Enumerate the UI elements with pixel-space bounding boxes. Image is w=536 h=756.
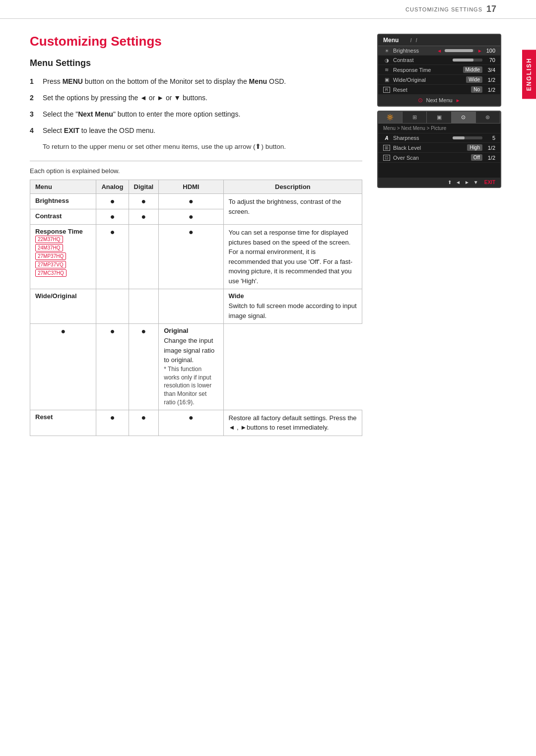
analog-response: ● xyxy=(96,225,129,289)
step-list: 1 Press MENU button on the bottom of the… xyxy=(30,76,362,136)
step-2: 2 Set the options by pressing the ◄ or ►… xyxy=(30,93,362,103)
model-badge: 24M37HQ xyxy=(35,244,63,252)
wide-analog-dot: ● xyxy=(30,324,96,410)
left-arrow-icon: ◄ xyxy=(437,48,442,54)
osd-menu: Menu / / ☀ Brightness ◄ ► 100 ◑ Contrast xyxy=(377,34,501,107)
hdmi-reset: ● xyxy=(159,410,223,436)
osd-overscan-row: ⊡ Over Scan Off 1/2 xyxy=(378,153,500,163)
osd-breadcrumb: Menu > Next Menu > Picture xyxy=(378,124,500,133)
brightness-value: 100 xyxy=(485,48,495,54)
osd-response-label: Response Time xyxy=(393,67,460,73)
th-digital: Digital xyxy=(129,180,159,194)
main-content: Customizing Settings Menu Settings 1 Pre… xyxy=(0,19,536,451)
osd-tab-wide: ▣ xyxy=(427,112,451,123)
step-text-1: Press MENU button on the bottom of the M… xyxy=(43,76,286,87)
osd-tab-extra: ⊛ xyxy=(476,112,500,123)
brightness-bar xyxy=(445,49,474,52)
menu-contrast: Contrast xyxy=(30,209,96,225)
next-arrow-icon: ► xyxy=(456,98,461,103)
next-menu-label: Next Menu xyxy=(426,97,452,103)
osd-menu-title: Menu / / xyxy=(378,35,500,46)
step-num-3: 3 xyxy=(30,109,38,120)
blacklevel-value-text: High xyxy=(467,144,482,151)
hdmi-contrast: ● xyxy=(159,209,223,225)
osd-tab-brightness: 🔆 xyxy=(378,112,402,123)
step-text-2: Set the options by pressing the ◄ or ► o… xyxy=(43,93,207,103)
osd-wide-row: ▣ Wide/Original Wide 1/2 xyxy=(378,75,500,85)
sharpness-bar xyxy=(453,136,482,139)
osd-reset-row: R Reset No 1/2 xyxy=(378,85,500,95)
step-4: 4 Select EXIT to leave the OSD menu. xyxy=(30,126,362,136)
left-content: Customizing Settings Menu Settings 1 Pre… xyxy=(30,34,362,436)
osd-tab-contrast: ⊞ xyxy=(402,112,427,123)
explained-text: Each option is explained below. xyxy=(30,167,362,175)
analog-brightness: ● xyxy=(96,194,129,209)
osd-tabs: 🔆 ⊞ ▣ ⊙ ⊛ xyxy=(378,112,500,124)
dot-icon: ⊙ xyxy=(418,97,423,104)
step-3: 3 Select the "Next Menu" button to enter… xyxy=(30,109,362,120)
overscan-value-text: Off xyxy=(471,154,482,161)
original-desc: Change the input image signal ratio to o… xyxy=(164,336,218,365)
osd-overscan-label: Over Scan xyxy=(393,155,468,161)
page-number: 17 xyxy=(486,4,496,14)
language-tab: ENGLISH xyxy=(522,50,536,99)
table-row: Brightness ● ● ● To adjust the brightnes… xyxy=(30,194,362,209)
up-arrow-icon: ⬆ xyxy=(448,180,452,185)
osd-next-menu-row: ⊙ Next Menu ► xyxy=(378,95,500,106)
sharpness-icon: A xyxy=(383,135,390,141)
note-text: To return to the upper menu or set other… xyxy=(43,142,362,152)
table-row: Reset ● ● ● Restore all factory default … xyxy=(30,410,362,436)
wide-value-text: Wide xyxy=(466,76,482,83)
analog-contrast: ● xyxy=(96,209,129,225)
osd-brightness-row: ☀ Brightness ◄ ► 100 xyxy=(378,46,500,56)
analog-reset: ● xyxy=(96,410,129,436)
hdmi-response: ● xyxy=(159,225,223,289)
blacklevel-icon: ⊞ xyxy=(383,145,390,151)
step-1: 1 Press MENU button on the bottom of the… xyxy=(30,76,362,87)
digital-wide xyxy=(129,289,159,324)
osd-contrast-label: Contrast xyxy=(393,57,450,63)
original-subhead: Original xyxy=(164,327,218,334)
osd-sharpness-label: Sharpness xyxy=(393,135,450,141)
table-row: Response Time 22M37HQ 24M37HQ 27MP37HQ 2… xyxy=(30,225,362,289)
osd-blacklevel-row: ⊞ Black Level High 1/2 xyxy=(378,143,500,153)
digital-response xyxy=(129,225,159,289)
menu-brightness: Brightness xyxy=(30,194,96,209)
right-nav-icon: ► xyxy=(465,180,469,185)
digital-contrast: ● xyxy=(129,209,159,225)
step-num-2: 2 xyxy=(30,93,38,103)
hdmi-brightness: ● xyxy=(159,194,223,209)
menu-response-time: Response Time 22M37HQ 24M37HQ 27MP37HQ 2… xyxy=(30,225,96,289)
step-num-4: 4 xyxy=(30,126,38,136)
digital-brightness: ● xyxy=(129,194,159,209)
reset-value-text: No xyxy=(471,86,482,93)
th-hdmi: HDMI xyxy=(159,180,223,194)
exit-label: EXIT xyxy=(484,180,495,185)
osd-spacer xyxy=(378,163,500,178)
wide-digital-dot: ● xyxy=(96,324,129,410)
table-row: ● ● ● Original Change the input image si… xyxy=(30,324,362,410)
left-nav-icon: ◄ xyxy=(456,180,461,185)
contrast-icon: ◑ xyxy=(383,58,390,63)
step-text-3: Select the "Next Menu" button to enter t… xyxy=(43,109,240,120)
step-num-1: 1 xyxy=(30,76,38,87)
sharpness-value: 5 xyxy=(485,135,495,141)
overscan-icon: ⊡ xyxy=(383,155,390,161)
th-analog: Analog xyxy=(96,180,129,194)
brightness-icon: ☀ xyxy=(383,48,390,54)
original-note: * This function works only if input reso… xyxy=(164,365,218,407)
model-badge: 22M37HQ xyxy=(35,236,63,243)
reset-r-icon: R xyxy=(383,87,390,93)
right-arrow-icon: ► xyxy=(477,48,482,54)
blacklevel-fraction: 1/2 xyxy=(485,145,495,151)
wide-fraction: 1/2 xyxy=(485,77,495,83)
osd-picture: 🔆 ⊞ ▣ ⊙ ⊛ Menu > Next Menu > Picture A S… xyxy=(377,111,501,188)
model-badge: 27MC37HQ xyxy=(35,269,67,277)
analog-wide xyxy=(96,289,129,324)
menu-wide: Wide/Original xyxy=(30,289,96,324)
right-content: Menu / / ☀ Brightness ◄ ► 100 ◑ Contrast xyxy=(377,34,506,436)
contrast-bar xyxy=(453,59,482,62)
wide-subhead: Wide xyxy=(229,292,357,300)
desc-original: Original Change the input image signal r… xyxy=(159,324,223,410)
model-badge: 27MP37HQ xyxy=(35,252,66,260)
